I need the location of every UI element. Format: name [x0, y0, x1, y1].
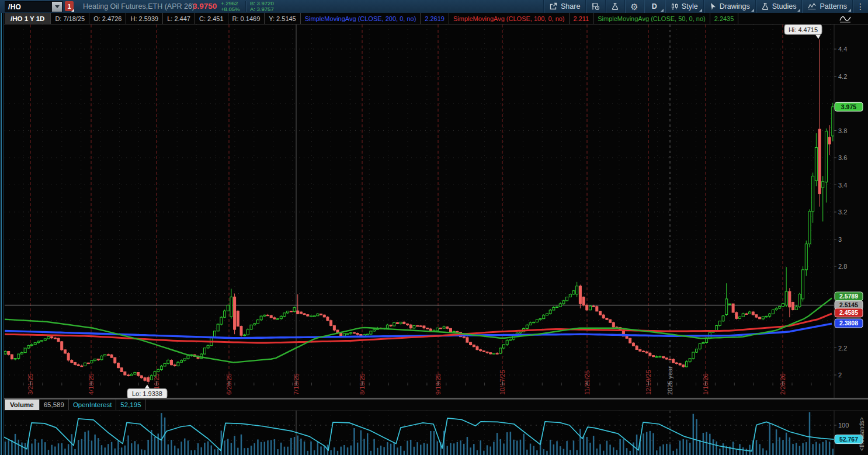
chart-mode-button[interactable]	[838, 14, 853, 24]
volume-bar	[41, 439, 43, 455]
volume-bar	[699, 440, 701, 455]
candle-up	[685, 362, 688, 367]
volume-bar	[603, 451, 605, 455]
volume-bar	[623, 439, 624, 455]
overflow-menu-button[interactable]: ⋮	[852, 0, 868, 13]
volume-bar	[467, 437, 468, 455]
volume-bar	[204, 443, 206, 455]
volume-bar	[300, 439, 302, 455]
quick-study-button[interactable]	[605, 0, 624, 13]
volume-bar	[264, 442, 266, 455]
studies-button[interactable]: Studies	[755, 0, 802, 13]
alert-count-badge[interactable]: 1	[65, 1, 74, 11]
price-badge-label: 3.975	[841, 103, 856, 110]
volume-bar	[643, 433, 644, 455]
share-button[interactable]: Share	[543, 0, 585, 13]
drawings-button[interactable]: Drawings	[703, 0, 755, 13]
volume-bar	[58, 443, 60, 455]
volume-bar	[497, 433, 498, 455]
candle-up	[529, 323, 532, 325]
volume-bar	[61, 443, 63, 455]
candle-up	[250, 325, 252, 329]
volume-bar	[400, 446, 402, 455]
candle-up	[572, 291, 575, 294]
pane-splitter[interactable]	[0, 398, 868, 400]
price-chart-pane[interactable]: 3/21/254/18/255/16/256/20/257/18/258/15/…	[0, 25, 868, 399]
alerts-button[interactable]	[585, 0, 605, 13]
symbol-timeframe-chip[interactable]: /HO 1 Y 1D	[5, 13, 51, 24]
hi-bubble-pointer	[815, 34, 821, 39]
volume-chart-pane[interactable]: 1005052.767<thousands>	[0, 411, 868, 455]
volume-bar	[360, 430, 362, 455]
candle-up	[808, 211, 811, 244]
ohlc-yclose: Y: 2.5145	[265, 13, 301, 24]
volume-bar	[68, 444, 70, 455]
candle-down	[439, 328, 442, 328]
candle-up	[506, 341, 508, 345]
volume-header-row: Volume 65,589 OpenInterest 52,195	[0, 399, 868, 411]
symbol-dropdown-button[interactable]	[52, 2, 62, 12]
volume-bar	[815, 442, 817, 455]
volume-bar	[573, 440, 575, 455]
volume-bar	[363, 439, 365, 455]
candle-up	[244, 335, 246, 335]
patterns-button[interactable]: Patterns	[801, 0, 852, 13]
open-interest-legend[interactable]: OpenInterest	[69, 399, 116, 410]
volume-bar	[407, 441, 408, 455]
candle-up	[47, 336, 50, 339]
volume-bar	[416, 442, 418, 455]
volume-bar	[154, 437, 156, 455]
candle-down	[599, 311, 602, 315]
volume-bar	[244, 448, 245, 455]
volume-bar	[772, 443, 774, 455]
volume-bar	[570, 450, 571, 455]
volume-pane-chip[interactable]: Volume	[5, 399, 40, 410]
volume-bar	[74, 449, 75, 455]
symbol-input-group[interactable]: /HO	[5, 1, 63, 12]
sma200-legend[interactable]: SimpleMovingAvg (CLOSE, 200, 0, no)	[301, 13, 421, 24]
candle-down	[303, 314, 305, 315]
candle-up	[689, 359, 691, 362]
flask-icon	[611, 2, 619, 11]
candle-up	[549, 310, 551, 314]
ohlc-range: R: 0.1469	[228, 13, 265, 24]
volume-bar	[709, 434, 711, 455]
candle-down	[789, 291, 791, 307]
volume-bar	[473, 444, 475, 455]
candle-down	[679, 363, 681, 365]
volume-bar	[706, 432, 707, 455]
candle-up	[775, 308, 777, 310]
candle-up	[84, 363, 86, 366]
ohlc-close: C: 2.451	[195, 13, 228, 24]
sma100-legend[interactable]: SimpleMovingAvg (CLOSE, 100, 0, no)	[449, 13, 570, 24]
volume-bar	[656, 450, 658, 455]
candle-down	[127, 375, 130, 376]
volume-bar	[420, 444, 422, 455]
candle-down	[759, 317, 761, 319]
candle-up	[44, 339, 46, 341]
candle-down	[675, 363, 678, 363]
timeframe-button[interactable]: D	[644, 0, 665, 13]
price-axis-label: 3.4	[838, 182, 847, 189]
volume-bar	[463, 444, 465, 455]
candle-down	[390, 325, 392, 326]
volume-bar	[51, 445, 53, 455]
style-button[interactable]: Style	[665, 0, 703, 13]
volume-bar	[217, 449, 219, 455]
candle-up	[822, 182, 824, 187]
candle-up	[802, 270, 804, 299]
candle-down	[61, 342, 63, 350]
volume-bar	[284, 447, 286, 455]
candle-up	[589, 306, 591, 310]
volume-bar	[589, 443, 591, 455]
candle-down	[473, 345, 475, 346]
share-label: Share	[561, 2, 580, 11]
settings-button[interactable]: ⚙	[624, 0, 643, 13]
candle-down	[320, 314, 322, 315]
candle-up	[263, 315, 266, 316]
volume-bar	[137, 444, 139, 455]
volume-bar	[533, 446, 534, 455]
instrument-title: Heating Oil Futures,ETH (APR 26)	[83, 0, 195, 13]
sma50-legend[interactable]: SimpleMovingAvg (CLOSE, 50, 0, no)	[593, 13, 710, 24]
symbol-input[interactable]: /HO	[5, 3, 52, 11]
